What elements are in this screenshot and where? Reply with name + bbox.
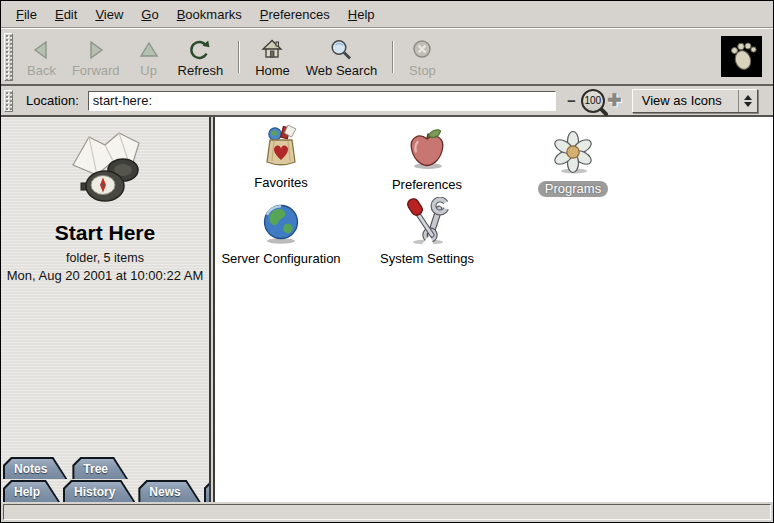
view-mode-select[interactable]: View as Icons — [632, 89, 758, 113]
sidebar-tab-band — [204, 480, 211, 502]
nautilus-window: File Edit View Go Bookmarks Preferences … — [0, 0, 774, 523]
refresh-button-label: Refresh — [178, 63, 224, 78]
programs-icon — [550, 131, 596, 178]
stop-button-label: Stop — [409, 63, 436, 78]
menu-file[interactable]: File — [7, 4, 46, 25]
chevron-down-icon — [744, 102, 752, 107]
sidebar-folder-details: folder, 5 items — [66, 251, 144, 265]
icon-system-settings[interactable]: System Settings — [361, 197, 493, 266]
content-area: Start Here folder, 5 items Mon, Aug 20 2… — [1, 117, 773, 502]
menu-go[interactable]: Go — [132, 4, 167, 25]
sidebar-tab-help[interactable]: Help — [3, 480, 60, 502]
forward-icon — [83, 37, 109, 63]
sidebar-tab-history-label: History — [65, 482, 133, 502]
sidebar-title: Start Here — [55, 221, 155, 245]
stop-button[interactable]: Stop — [401, 34, 444, 80]
sidebar-tab-history[interactable]: History — [63, 480, 135, 502]
menu-bookmarks[interactable]: Bookmarks — [168, 4, 251, 25]
gnome-foot-logo — [722, 35, 762, 79]
location-bar-drag-handle[interactable] — [4, 90, 13, 112]
sidebar-tab-notes-label: Notes — [5, 459, 65, 479]
icon-programs[interactable]: Programs — [507, 131, 639, 197]
back-button-label: Back — [27, 63, 56, 78]
zoom-control: − 100 ✚ — [564, 89, 622, 113]
location-label: Location: — [26, 93, 79, 108]
sidebar-tab-notes[interactable]: Notes — [3, 457, 67, 479]
sidebar-tab-news[interactable]: News — [138, 480, 200, 502]
sidebar-tab-tree[interactable]: Tree — [72, 457, 128, 479]
location-bar: Location: − 100 ✚ View as Icons — [1, 86, 773, 117]
zoom-level-value: 100 — [584, 95, 601, 106]
icon-preferences[interactable]: Preferences — [361, 127, 493, 192]
view-mode-value: View as Icons — [642, 93, 722, 108]
server-configuration-icon — [258, 201, 304, 248]
back-icon — [28, 37, 54, 63]
forward-button-label: Forward — [72, 63, 120, 78]
refresh-icon — [187, 37, 213, 63]
home-button[interactable]: Home — [247, 34, 298, 80]
forward-button[interactable]: Forward — [64, 34, 128, 80]
chevron-up-icon — [744, 95, 752, 100]
icon-favorites[interactable]: Favorites — [215, 121, 347, 190]
web-search-icon — [328, 37, 354, 63]
web-search-button[interactable]: Web Search — [298, 34, 385, 80]
sidebar: Start Here folder, 5 items Mon, Aug 20 2… — [1, 117, 211, 502]
toolbar-separator — [392, 41, 394, 73]
map-compass-icon — [53, 123, 157, 219]
location-input[interactable] — [88, 91, 556, 111]
sidebar-tabs: Notes Tree Help History News — [1, 456, 209, 502]
zoom-out-button[interactable]: − — [564, 93, 579, 108]
up-button[interactable]: Up — [128, 34, 170, 80]
menu-help[interactable]: Help — [339, 4, 384, 25]
system-settings-icon — [402, 197, 452, 248]
status-bar — [3, 504, 771, 520]
sidebar-tab-tree-label: Tree — [74, 459, 126, 479]
home-icon — [259, 37, 285, 63]
menu-edit[interactable]: Edit — [46, 4, 86, 25]
preferences-icon — [404, 127, 450, 174]
favorites-label: Favorites — [254, 175, 307, 190]
server-configuration-label: Server Configuration — [221, 251, 340, 266]
toolbar-separator — [238, 41, 240, 73]
menu-bar: File Edit View Go Bookmarks Preferences … — [1, 1, 773, 28]
icon-view[interactable]: Favorites Preferences — [215, 117, 773, 502]
sidebar-tab-news-label: News — [140, 482, 198, 502]
system-settings-label: System Settings — [380, 251, 474, 266]
favorites-icon — [257, 121, 305, 172]
sidebar-date: Mon, Aug 20 2001 at 10:00:22 AM — [7, 268, 204, 283]
zoom-in-button[interactable]: ✚ — [607, 93, 622, 108]
refresh-button[interactable]: Refresh — [170, 34, 232, 80]
toolbar-drag-handle[interactable] — [4, 33, 13, 81]
icon-server-configuration[interactable]: Server Configuration — [215, 201, 347, 266]
back-button[interactable]: Back — [19, 34, 64, 80]
throbber[interactable] — [721, 36, 762, 77]
menu-preferences[interactable]: Preferences — [251, 4, 339, 25]
up-button-label: Up — [140, 63, 157, 78]
home-button-label: Home — [255, 63, 290, 78]
web-search-button-label: Web Search — [306, 63, 377, 78]
zoom-level-indicator[interactable]: 100 — [581, 89, 605, 113]
view-mode-spinner — [738, 90, 757, 112]
toolbar: Back Forward Up Refresh — [1, 28, 773, 86]
menu-view[interactable]: View — [86, 4, 132, 25]
programs-label: Programs — [538, 181, 608, 197]
stop-icon — [409, 37, 435, 63]
preferences-label: Preferences — [392, 177, 462, 192]
sidebar-tab-help-label: Help — [5, 482, 58, 502]
up-icon — [136, 37, 162, 63]
